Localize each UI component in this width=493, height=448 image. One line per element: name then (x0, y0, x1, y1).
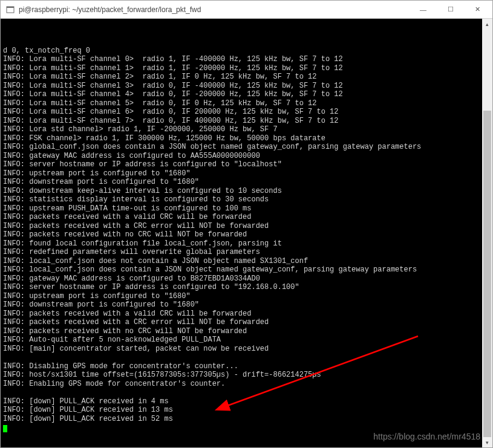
svg-rect-1 (7, 7, 14, 8)
terminal-line: INFO: Disabling GPS mode for concentrato… (3, 362, 480, 371)
terminal-line: INFO: packets received with a CRC error … (3, 318, 480, 327)
terminal-line: INFO: Lora multi-SF channel 7> radio 0, … (3, 117, 480, 126)
terminal-line: INFO: [down] PULL_ACK received in 4 ms (3, 397, 480, 406)
close-button[interactable]: ✕ (464, 1, 491, 18)
terminal-line: INFO: downstream keep-alive interval is … (3, 187, 480, 196)
close-icon: ✕ (475, 5, 480, 13)
terminal-line: INFO: downstream port is configured to "… (3, 178, 480, 187)
terminal-line: INFO: Lora multi-SF channel 1> radio 1, … (3, 64, 480, 73)
scrollbar-track[interactable] (482, 29, 492, 437)
terminal-line: INFO: local_conf.json does not contain a… (3, 257, 480, 266)
terminal-line: INFO: statistics display interval is con… (3, 195, 480, 204)
scroll-down-button[interactable]: ▾ (482, 437, 492, 447)
terminal-line: INFO: packets received with no CRC will … (3, 230, 480, 239)
terminal-line: INFO: upstream port is configured to "16… (3, 169, 480, 178)
terminal-line: INFO: [down] PULL_ACK received in 52 ms (3, 415, 480, 424)
minimize-icon: — (420, 6, 426, 13)
terminal-output[interactable]: d 0, tx_notch_freq 0INFO: Lora multi-SF … (1, 19, 482, 447)
terminal-line: INFO: redefined parameters will overwrit… (3, 248, 480, 257)
terminal-line: INFO: Lora multi-SF channel 5> radio 0, … (3, 99, 480, 108)
terminal-line: INFO: packets received with a valid CRC … (3, 213, 480, 222)
maximize-button[interactable]: ☐ (437, 1, 464, 18)
terminal-line: INFO: server hostname or IP address is c… (3, 160, 480, 169)
terminal-line: INFO: server hostname or IP address is c… (3, 283, 480, 292)
ssh-terminal-window: pi@raspberrypi: ~/yuzeht/packet_forwarde… (0, 0, 493, 448)
terminal-area: d 0, tx_notch_freq 0INFO: Lora multi-SF … (1, 19, 492, 447)
terminal-line: INFO: gateway MAC address is configured … (3, 152, 480, 161)
terminal-line: INFO: packets received with a CRC error … (3, 222, 480, 231)
terminal-line: INFO: Enabling GPS mode for concentrator… (3, 380, 480, 389)
terminal-line: INFO: packets received with no CRC will … (3, 327, 480, 336)
scrollbar-thumb[interactable] (483, 111, 491, 437)
terminal-cursor (3, 425, 7, 432)
maximize-icon: ☐ (448, 5, 454, 13)
scroll-up-button[interactable]: ▴ (482, 19, 492, 29)
terminal-line: INFO: Auto-quit after 5 non-acknowledged… (3, 336, 480, 345)
app-icon (5, 5, 15, 15)
terminal-line: INFO: packets received with a valid CRC … (3, 310, 480, 319)
terminal-line: INFO: Lora multi-SF channel 3> radio 0, … (3, 82, 480, 91)
terminal-line: INFO: local_conf.json does contain a JSO… (3, 265, 480, 274)
window-titlebar[interactable]: pi@raspberrypi: ~/yuzeht/packet_forwarde… (1, 1, 492, 19)
terminal-line: INFO: Lora multi-SF channel 0> radio 1, … (3, 55, 480, 64)
terminal-line: INFO: downstream port is configured to "… (3, 300, 480, 310)
vertical-scrollbar[interactable]: ▴ ▾ (482, 19, 492, 447)
terminal-line: INFO: FSK channel> radio 1, IF 300000 Hz… (3, 134, 480, 143)
terminal-line: INFO: global_conf.json does contain a JS… (3, 143, 480, 152)
terminal-line (3, 353, 480, 362)
terminal-line: INFO: upstream PUSH_DATA time-out is con… (3, 204, 480, 213)
terminal-line: INFO: gateway MAC address is configured … (3, 274, 480, 284)
terminal-line (3, 388, 480, 397)
window-controls: — ☐ ✕ (410, 1, 491, 18)
terminal-line: INFO: [down] PULL_ACK received in 13 ms (3, 406, 480, 415)
terminal-line: d 0, tx_notch_freq 0 (3, 47, 480, 56)
terminal-line: INFO: upstream port is configured to "16… (3, 292, 480, 301)
terminal-line: INFO: Lora multi-SF channel 2> radio 1, … (3, 73, 480, 82)
terminal-line: INFO: host/sx1301 time offset=(161578730… (3, 371, 480, 380)
terminal-line: INFO: found local configuration file loc… (3, 239, 480, 248)
window-title: pi@raspberrypi: ~/yuzeht/packet_forwarde… (19, 5, 410, 14)
terminal-line: INFO: Lora std channel> radio 1, IF -200… (3, 125, 480, 134)
terminal-cursor-line (3, 423, 480, 432)
terminal-line: INFO: Lora multi-SF channel 4> radio 0, … (3, 90, 480, 99)
terminal-line: INFO: [main] concentrator started, packe… (3, 345, 480, 354)
terminal-line: INFO: Lora multi-SF channel 6> radio 0, … (3, 108, 480, 117)
minimize-button[interactable]: — (410, 1, 437, 18)
